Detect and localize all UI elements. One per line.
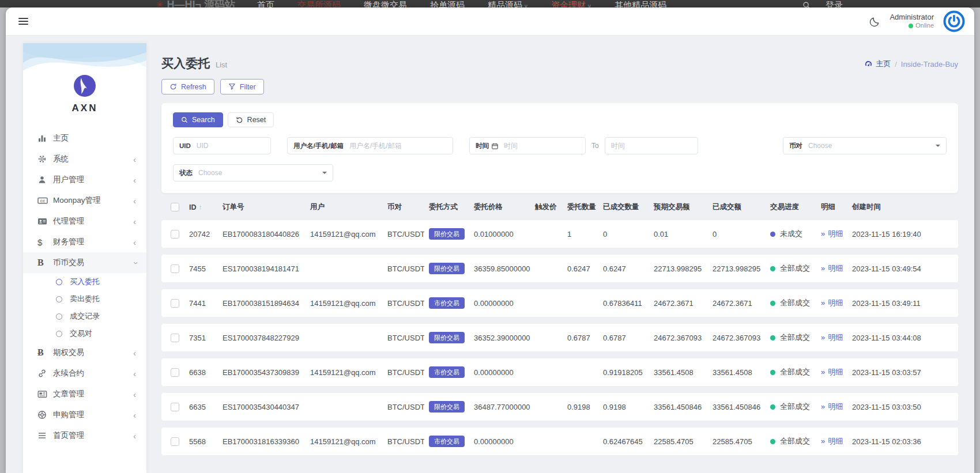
sidebar-subitem-label: 买入委托 <box>70 277 100 287</box>
sort-asc-icon[interactable]: ↑ <box>199 203 202 211</box>
site-search-icon[interactable] <box>802 1 811 8</box>
site-nav-link[interactable]: 其他精品源码 <box>615 0 666 7</box>
admin-profile[interactable]: Administrator Online <box>889 13 934 30</box>
time-to-field[interactable] <box>605 137 698 154</box>
caret-down-icon: ∨ <box>522 3 528 7</box>
row-checkbox-cell <box>161 393 184 421</box>
cell-progress: 全部成交 <box>766 324 816 351</box>
reset-button[interactable]: Reset <box>228 112 274 127</box>
table-header-12: 交易进度 <box>766 201 816 213</box>
cell-expected-amount: 33561.450846 <box>649 393 708 421</box>
row-checkbox[interactable] <box>171 403 179 411</box>
sidebar-item[interactable]: 主页 <box>23 128 146 149</box>
row-checkbox[interactable] <box>171 334 179 342</box>
column-label: 预期交易额 <box>654 203 690 211</box>
site-nav-link[interactable]: 拾单源码 <box>430 0 465 7</box>
detail-arrows-icon: » <box>821 368 825 376</box>
uid-field[interactable]: UID <box>173 137 271 154</box>
detail-link[interactable]: 明细 <box>828 229 843 238</box>
menu-toggle-button[interactable] <box>18 18 28 25</box>
column-label: 用户 <box>310 203 325 211</box>
cell-quantity: 0.6247 <box>563 255 598 282</box>
detail-link[interactable]: 明细 <box>828 437 843 445</box>
status-select[interactable]: 状态 Choose <box>173 164 333 181</box>
detail-link[interactable]: 明细 <box>828 368 843 376</box>
site-nav-link[interactable]: 微盘微交易 <box>364 0 407 7</box>
cell-id: 20742 <box>184 220 218 248</box>
column-label: ID <box>189 203 197 211</box>
sidebar-subitem[interactable]: 交易对 <box>23 325 146 342</box>
cell-order-no: EB1700083180440826 <box>218 220 306 248</box>
column-label: 创建时间 <box>852 203 881 211</box>
detail-link[interactable]: 明细 <box>828 264 843 273</box>
row-checkbox[interactable] <box>171 264 179 273</box>
cell-trigger-price <box>530 358 563 386</box>
sidebar-item[interactable]: 永续合约‹ <box>23 363 146 384</box>
avatar-power-icon[interactable] <box>943 10 965 32</box>
breadcrumb-home-link[interactable]: 主页 <box>864 59 891 69</box>
detail-link[interactable]: 明细 <box>828 402 843 411</box>
site-nav-link[interactable]: 交易所源码 <box>297 0 341 7</box>
select-all-checkbox[interactable] <box>171 203 179 211</box>
svg-text:CC: CC <box>40 199 46 203</box>
sidebar-item[interactable]: 代理管理‹ <box>23 211 146 232</box>
sidebar-item[interactable]: $财务管理‹ <box>23 232 146 252</box>
site-login-link[interactable]: 登录 <box>826 0 843 7</box>
status-label: 未成交 <box>780 229 802 238</box>
sidebar-item-label: 财务管理 <box>53 237 84 247</box>
detail-link[interactable]: 明细 <box>828 333 843 342</box>
cell-quantity: 1 <box>563 220 598 248</box>
detail-link[interactable]: 明细 <box>828 298 843 307</box>
username-input[interactable] <box>349 142 447 150</box>
time-from-field[interactable]: 时间 <box>469 137 586 154</box>
cell-expected-amount: 0.01 <box>649 220 708 248</box>
column-label: 委托数量 <box>567 203 596 211</box>
time-from-input[interactable] <box>504 142 579 150</box>
cell-price: 36352.39000000 <box>469 324 530 351</box>
sidebar-item[interactable]: 申购管理‹ <box>23 404 146 425</box>
table-header-6: 委托价格 <box>469 201 530 213</box>
cell-quantity: 0.9198 <box>563 393 598 421</box>
search-button[interactable]: Search <box>173 112 223 127</box>
cell-price: 0.00000000 <box>469 427 530 455</box>
row-checkbox[interactable] <box>171 230 179 239</box>
order-type-badge: 限价交易 <box>429 401 465 413</box>
sidebar-item[interactable]: Ƀ期权交易‹ <box>23 342 146 363</box>
refresh-button[interactable]: Refresh <box>161 79 214 94</box>
detail-arrows-icon: » <box>821 229 825 238</box>
sidebar-subitem[interactable]: 买入委托 <box>23 273 146 290</box>
sidebar-item[interactable]: 首页管理‹ <box>23 425 146 446</box>
detail-arrows-icon: » <box>821 264 825 273</box>
filter-button[interactable]: Filter <box>220 79 264 94</box>
dark-mode-moon-icon[interactable] <box>869 16 880 27</box>
sidebar-item-label: 期权交易 <box>53 347 84 358</box>
table-header-checkbox-cell <box>161 201 184 213</box>
cell-trigger-price <box>530 324 563 351</box>
site-nav-link[interactable]: 精品源码 ∨ <box>488 0 528 7</box>
sidebar-item[interactable]: 文章管理‹ <box>23 384 146 404</box>
sidebar-subitem[interactable]: 成交记录 <box>23 308 146 325</box>
time-to-separator: To <box>591 142 599 150</box>
row-checkbox[interactable] <box>171 368 179 377</box>
username-field[interactable]: 用户名/手机/邮箱 <box>287 137 453 154</box>
cell-filled-amount: 24672.367093 <box>708 324 766 351</box>
cell-progress: 全部成交 <box>766 427 816 455</box>
row-checkbox[interactable] <box>171 437 179 446</box>
sidebar-item[interactable]: 用户管理‹ <box>23 169 146 190</box>
sidebar-item[interactable]: 系统‹ <box>23 149 146 169</box>
admin-window: Administrator Online AXN <box>6 7 974 473</box>
cell-id: 5568 <box>184 427 218 455</box>
sidebar: AXN 主页系统‹用户管理‹CCMoonpay管理‹代理管理‹$财务管理‹B币币… <box>23 43 146 473</box>
site-nav-link[interactable]: 资金理财 ∨ <box>551 0 591 7</box>
sidebar-item[interactable]: CCMoonpay管理‹ <box>23 190 146 211</box>
time-to-input[interactable] <box>611 142 692 150</box>
sidebar-item[interactable]: B币币交易‹ <box>23 252 146 273</box>
row-checkbox[interactable] <box>171 299 179 308</box>
sidebar-subitem[interactable]: 卖出委托 <box>23 290 146 308</box>
pair-select[interactable]: 币对 Choose <box>783 137 947 154</box>
uid-input[interactable] <box>197 142 265 150</box>
site-logo-text: H—HI¬ 源码站 <box>167 0 235 7</box>
site-nav-link[interactable]: 首页 <box>257 0 274 7</box>
cell-expected-amount: 24672.367093 <box>649 324 708 351</box>
order-type-badge: 限价交易 <box>429 332 465 343</box>
